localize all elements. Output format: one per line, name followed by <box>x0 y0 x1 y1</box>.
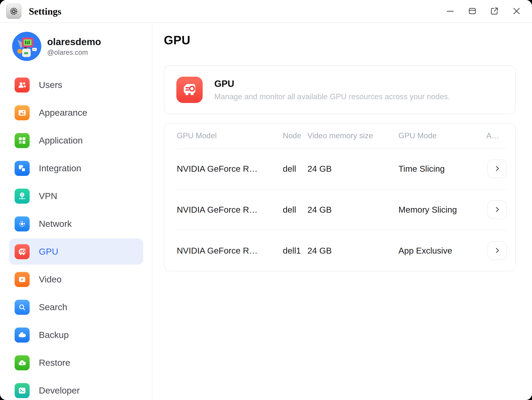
action-cell <box>486 241 507 260</box>
backup-icon <box>15 328 30 342</box>
column-header: GPU Model <box>177 131 283 140</box>
gpu-hero-text: GPU Manage and monitor all available GPU… <box>214 78 450 101</box>
sidebar-item-label: Restore <box>39 358 70 368</box>
page-title: GPU <box>164 34 516 46</box>
popout-icon <box>490 6 499 16</box>
gpu-hero-title: GPU <box>214 78 450 89</box>
minimize-icon <box>446 6 455 16</box>
cell-mode: Time Slicing <box>399 164 486 174</box>
gpu-hero-icon <box>176 77 203 103</box>
settings-gear-icon <box>6 4 21 19</box>
column-header: GPU Mode <box>399 131 486 140</box>
sidebar-item-label: Video <box>39 274 62 284</box>
row-action-button[interactable] <box>487 200 507 219</box>
cell-model: NVIDIA GeForce R… <box>177 246 283 256</box>
sidebar-item-restore[interactable]: Restore <box>9 350 143 376</box>
gpu-hero-description: Manage and monitor all available GPU res… <box>214 92 450 101</box>
sidebar-item-backup[interactable]: Backup <box>9 322 143 348</box>
sidebar-item-application[interactable]: Application <box>9 127 143 154</box>
sidebar: olaresdemo @olares.com UsersAppearanceAp… <box>0 23 152 400</box>
gpu-icon <box>180 80 199 99</box>
maximize-button[interactable] <box>467 6 478 17</box>
cell-memory: 24 GB <box>307 205 399 215</box>
sidebar-item-video[interactable]: Video <box>9 266 143 292</box>
table-row: NVIDIA GeForce R…dell24 GBMemory Slicing <box>177 189 507 230</box>
table-row: NVIDIA GeForce R…dell124 GBApp Exclusive <box>177 230 507 271</box>
developer-icon <box>15 383 30 398</box>
column-header: Action <box>486 131 507 140</box>
table-header: GPU ModelNodeVideo memory sizeGPU ModeAc… <box>177 123 507 148</box>
close-icon <box>512 6 521 16</box>
cell-memory: 24 GB <box>307 164 399 174</box>
sidebar-item-gpu[interactable]: GPU <box>9 239 143 265</box>
maximize-icon <box>468 6 477 16</box>
sidebar-item-label: Users <box>39 80 62 90</box>
appearance-icon <box>15 105 30 120</box>
titlebar: Settings <box>0 0 532 23</box>
column-header: Node <box>283 131 307 140</box>
sidebar-item-developer[interactable]: Developer <box>9 377 143 400</box>
sidebar-item-label: Application <box>39 135 83 146</box>
sidebar-item-label: Backup <box>39 330 69 340</box>
sidebar-item-search[interactable]: Search <box>9 294 143 320</box>
gpu-table-card: GPU ModelNodeVideo memory sizeGPU ModeAc… <box>164 123 516 271</box>
window-controls <box>445 6 522 17</box>
content: GPU GPU Manage and monitor all available… <box>152 23 532 400</box>
close-button[interactable] <box>511 6 522 17</box>
sidebar-item-vpn[interactable]: VPN <box>9 183 143 209</box>
sidebar-item-users[interactable]: Users <box>9 72 143 98</box>
chevron-right-icon <box>494 247 500 254</box>
gpu-hero-card: GPU Manage and monitor all available GPU… <box>164 65 516 114</box>
cell-memory: 24 GB <box>307 246 399 256</box>
sidebar-item-label: VPN <box>39 191 57 201</box>
sidebar-item-integration[interactable]: Integration <box>9 155 143 181</box>
search-icon <box>15 300 30 315</box>
action-cell <box>486 159 507 178</box>
sidebar-item-label: GPU <box>39 246 58 257</box>
sidebar-nav: UsersAppearanceApplicationIntegrationVPN… <box>9 72 143 400</box>
sidebar-item-label: Network <box>39 219 72 229</box>
users-icon <box>15 77 30 92</box>
chevron-right-icon <box>494 165 500 173</box>
application-icon <box>15 133 30 148</box>
integration-icon <box>15 161 30 176</box>
sidebar-item-label: Appearance <box>39 108 87 118</box>
gpu-icon <box>15 244 30 259</box>
sidebar-item-label: Developer <box>39 385 80 396</box>
cell-mode: App Exclusive <box>399 246 486 256</box>
main-area: olaresdemo @olares.com UsersAppearanceAp… <box>0 23 532 400</box>
avatar <box>12 32 41 61</box>
cell-mode: Memory Slicing <box>399 205 486 215</box>
profile-text: olaresdemo @olares.com <box>47 36 101 57</box>
video-icon <box>15 272 30 287</box>
network-icon <box>15 216 30 232</box>
cell-node: dell <box>283 205 307 215</box>
profile-name: olaresdemo <box>47 36 101 47</box>
row-action-button[interactable] <box>487 159 507 178</box>
window-title: Settings <box>29 6 61 17</box>
row-action-button[interactable] <box>487 241 507 260</box>
chevron-right-icon <box>494 206 500 213</box>
cell-model: NVIDIA GeForce R… <box>177 164 283 174</box>
minimize-button[interactable] <box>445 6 456 17</box>
user-profile: olaresdemo @olares.com <box>12 32 143 61</box>
sidebar-item-network[interactable]: Network <box>9 211 143 237</box>
sidebar-item-appearance[interactable]: Appearance <box>9 100 143 126</box>
restore-icon <box>15 355 30 370</box>
table-body: NVIDIA GeForce R…dell24 GBTime SlicingNV… <box>177 148 507 271</box>
profile-handle: @olares.com <box>47 48 101 56</box>
cell-model: NVIDIA GeForce R… <box>177 205 283 215</box>
cell-node: dell <box>283 164 307 174</box>
settings-window: Settings <box>0 0 532 400</box>
action-cell <box>486 200 507 219</box>
sidebar-item-label: Integration <box>39 163 81 173</box>
sidebar-item-label: Search <box>39 302 67 312</box>
column-header: Video memory size <box>307 131 399 140</box>
cell-node: dell1 <box>283 246 307 256</box>
popout-button[interactable] <box>489 6 500 17</box>
vpn-icon <box>15 189 30 204</box>
table-row: NVIDIA GeForce R…dell24 GBTime Slicing <box>177 148 507 189</box>
